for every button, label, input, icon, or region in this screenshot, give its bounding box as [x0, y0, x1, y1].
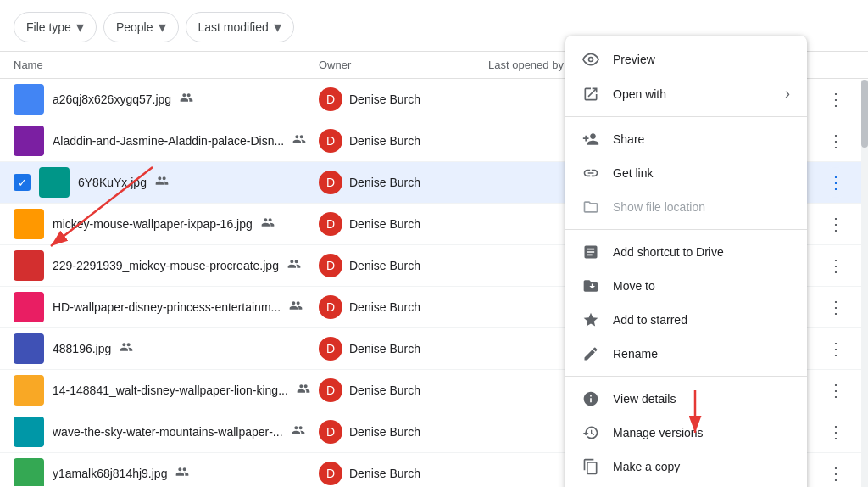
actions-column-header	[821, 59, 854, 71]
file-name-label: a26qj8x626xygq57.jpg	[53, 92, 171, 106]
shared-icon	[175, 465, 189, 482]
file-name-cell: 488196.jpg	[14, 333, 319, 364]
more-options-button[interactable]: ⋮	[821, 209, 851, 239]
more-options-button[interactable]: ⋮	[821, 84, 851, 115]
owner-name: Denise Burch	[349, 300, 420, 314]
file-name-cell: y1amalk68j814hj9.jpg	[14, 458, 319, 486]
file-type-filter[interactable]: File type ▾	[14, 12, 97, 42]
more-options-button[interactable]: ⋮	[821, 458, 851, 486]
copy-icon	[582, 458, 599, 475]
more-options-button[interactable]: ⋮	[821, 292, 851, 322]
file-thumbnail	[14, 84, 44, 115]
file-name-cell: 229-2291939_mickey-mouse-procreate.jpg	[14, 250, 319, 281]
owner-name: Denise Burch	[349, 383, 420, 397]
menu-divider	[565, 376, 807, 377]
menu-item-manage-versions[interactable]: Manage versions	[565, 416, 807, 450]
owner-name: Denise Burch	[349, 259, 420, 272]
menu-label-manage-versions: Manage versions	[613, 426, 790, 439]
file-thumbnail	[14, 417, 44, 447]
menu-divider	[565, 229, 807, 230]
menu-label-open-with: Open with	[613, 87, 771, 101]
owner-cell: DDenise Burch	[319, 171, 488, 194]
more-options-button[interactable]: ⋮	[821, 167, 851, 198]
more-options-button[interactable]: ⋮	[821, 126, 851, 156]
menu-label-add-shortcut: Add shortcut to Drive	[613, 245, 790, 259]
avatar: D	[319, 129, 342, 153]
more-options-button[interactable]: ⋮	[821, 333, 851, 364]
file-name-label: y1amalk68j814hj9.jpg	[53, 467, 167, 480]
menu-item-rename[interactable]: Rename	[565, 337, 807, 371]
shared-icon	[292, 423, 305, 440]
owner-cell: DDenise Burch	[319, 378, 488, 402]
shared-icon	[261, 216, 275, 232]
file-name-cell: 14-148841_walt-disney-wallpaper-lion-kin…	[14, 375, 319, 406]
owner-cell: DDenise Burch	[319, 212, 488, 236]
shared-icon	[289, 299, 303, 316]
file-name-cell: wave-the-sky-water-mountains-wallpaper-.…	[14, 417, 319, 447]
name-column-header: Name	[14, 59, 319, 71]
menu-item-share[interactable]: Share	[565, 122, 807, 156]
menu-label-add-starred: Add to starred	[613, 313, 790, 327]
file-name-cell: a26qj8x626xygq57.jpg	[14, 84, 319, 115]
file-name-label: 6Y8KuYx.jpg	[78, 176, 147, 189]
avatar: D	[319, 171, 342, 194]
owner-cell: DDenise Burch	[319, 87, 488, 111]
shared-icon	[180, 91, 193, 108]
menu-label-rename: Rename	[613, 347, 790, 361]
star-icon	[582, 311, 599, 328]
menu-label-get-link: Get link	[613, 166, 790, 180]
submenu-chevron-icon: ›	[785, 85, 790, 103]
scrollbar-thumb[interactable]	[861, 80, 868, 148]
file-thumbnail	[14, 126, 44, 156]
menu-item-view-details[interactable]: View details	[565, 382, 807, 416]
drive-move-icon	[582, 277, 599, 294]
people-label: People	[116, 20, 153, 34]
menu-item-add-shortcut[interactable]: Add shortcut to Drive	[565, 235, 807, 269]
menu-item-add-starred[interactable]: Add to starred	[565, 303, 807, 337]
menu-item-open-with[interactable]: Open with›	[565, 76, 807, 111]
last-modified-filter[interactable]: Last modified ▾	[186, 12, 294, 42]
edit-icon	[582, 345, 599, 362]
avatar: D	[319, 254, 342, 277]
menu-label-view-details: View details	[613, 392, 790, 406]
last-modified-chevron-icon: ▾	[274, 18, 281, 36]
scrollbar[interactable]	[861, 80, 868, 487]
menu-item-move-to[interactable]: Move to	[565, 269, 807, 303]
file-thumbnail	[39, 167, 70, 198]
avatar: D	[319, 87, 342, 111]
file-checkbox[interactable]: ✓	[14, 174, 31, 191]
owner-cell: DDenise Burch	[319, 462, 488, 485]
file-thumbnail	[14, 209, 44, 239]
file-name-label: HD-wallpaper-disney-princess-entertainm.…	[53, 300, 281, 314]
owner-column-header: Owner	[319, 59, 488, 71]
file-type-chevron-icon: ▾	[76, 18, 84, 36]
owner-name: Denise Burch	[349, 217, 420, 231]
file-thumbnail	[14, 333, 44, 364]
people-chevron-icon: ▾	[159, 18, 166, 36]
menu-label-move-to: Move to	[613, 279, 790, 293]
more-options-button[interactable]: ⋮	[821, 375, 851, 406]
menu-item-make-copy[interactable]: Make a copy	[565, 450, 807, 484]
menu-divider	[565, 116, 807, 117]
history-icon	[582, 424, 599, 441]
file-name-label: 14-148841_walt-disney-wallpaper-lion-kin…	[53, 383, 288, 397]
menu-item-report-abuse[interactable]: Report abuse	[565, 484, 807, 487]
avatar: D	[319, 337, 342, 361]
people-filter[interactable]: People ▾	[103, 12, 179, 42]
shared-icon	[287, 257, 301, 274]
more-options-button[interactable]: ⋮	[821, 250, 851, 281]
menu-item-get-link[interactable]: Get link	[565, 156, 807, 190]
info-icon	[582, 390, 599, 407]
menu-label-preview: Preview	[613, 53, 790, 66]
menu-item-preview[interactable]: Preview	[565, 42, 807, 76]
shared-icon	[120, 340, 133, 357]
owner-cell: DDenise Burch	[319, 129, 488, 153]
file-name-label: wave-the-sky-water-mountains-wallpaper-.…	[53, 425, 283, 439]
file-type-label: File type	[26, 20, 71, 34]
owner-name: Denise Burch	[349, 176, 420, 189]
more-options-button[interactable]: ⋮	[821, 417, 851, 447]
shortcut-icon	[582, 244, 599, 260]
file-name-cell: mickey-mouse-wallpaper-ixpap-16.jpg	[14, 209, 319, 239]
file-thumbnail	[14, 250, 44, 281]
svg-point-0	[589, 58, 593, 62]
